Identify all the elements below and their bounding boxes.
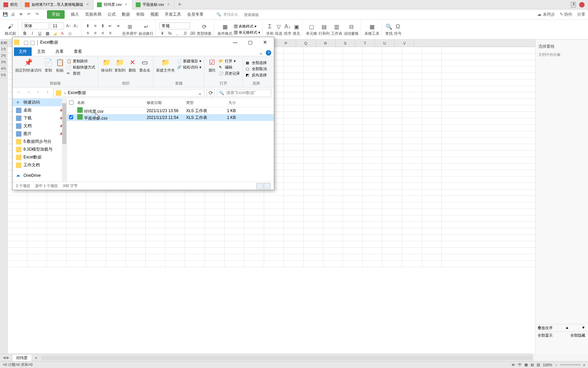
number-format-select[interactable] [159, 22, 190, 29]
indent-left-icon[interactable]: ⇤ [107, 23, 113, 29]
currency-icon[interactable]: ¥ [159, 30, 165, 36]
stack-up-icon[interactable]: ▲ [565, 325, 569, 331]
delete-button[interactable]: ✕删除 [128, 58, 137, 73]
copy-button[interactable]: 📄复制 [44, 58, 53, 73]
print-icon[interactable]: 🖨 [11, 12, 16, 17]
find-button[interactable]: 🔍查找 [385, 23, 393, 36]
file-row[interactable]: 经纬度.csv 2021/11/23 13:56 XLS 工作表 1 KB [67, 107, 274, 114]
align-bot-icon[interactable]: ⬇ [100, 23, 106, 29]
maximize-button[interactable]: ▢ [243, 37, 258, 47]
merge-button[interactable]: ⊞合并居中 [122, 23, 137, 36]
row-header[interactable]: 1号 [0, 46, 7, 52]
tab-home[interactable]: 主页 [32, 47, 50, 56]
sidebar-scrollbar[interactable] [62, 98, 67, 182]
cut-button[interactable]: ✂剪切 [67, 71, 95, 76]
h-scrollbar[interactable] [41, 356, 533, 360]
view-details-button[interactable] [256, 183, 263, 189]
command-search[interactable]: 🔍 查找命令、 [216, 12, 271, 17]
select-all-button[interactable]: ▦全部选择 [246, 60, 267, 65]
easy-access-button[interactable]: 🔗轻松访问 ▾ [177, 65, 201, 70]
row-header[interactable]: 5号 [0, 72, 7, 78]
minimize-button[interactable]: — [228, 37, 243, 47]
sidebar-pictures[interactable]: 图片📌 [13, 130, 67, 138]
collab-label[interactable]: ✎ 协作 [560, 12, 572, 17]
view-large-button[interactable] [264, 183, 271, 189]
sidebar-folder-2[interactable]: 8.3D模型加载与 [13, 145, 67, 153]
paste-button[interactable]: 📋粘贴 [55, 58, 65, 73]
sort-button[interactable]: A↓排序 [284, 23, 291, 36]
cell-button[interactable]: ▢单元格 [306, 23, 317, 36]
sidebar-quick-access[interactable]: ★快速访问 [13, 98, 67, 106]
sheet-nav[interactable]: ◀ ▶ [0, 355, 12, 360]
menu-dev[interactable]: 开发工具 [165, 12, 181, 17]
address-bar[interactable]: › Excel数据 ⌄ [53, 89, 205, 97]
sidebar-downloads[interactable]: 下载📌 [13, 114, 67, 122]
pin-button[interactable]: 📌固定到快速访问 [15, 58, 42, 73]
menu-review[interactable]: 审阅 [136, 12, 144, 17]
chevron-down-icon[interactable]: ⌄ [259, 49, 263, 56]
percent-icon[interactable]: % [167, 30, 173, 36]
add-sheet-button[interactable]: + [32, 354, 40, 362]
menu-formula[interactable]: 公式 [108, 12, 116, 17]
share-label[interactable]: 分享 [577, 12, 585, 17]
user-avatar-icon[interactable] [579, 2, 585, 7]
table-style-button[interactable]: ▦ 表格样式 ▾ [234, 24, 260, 29]
col-header[interactable]: Q [296, 40, 316, 47]
italic-button[interactable]: I [29, 30, 35, 36]
font-size-select[interactable] [50, 22, 64, 29]
col-header[interactable]: R [316, 40, 336, 47]
select-all-checkbox[interactable] [69, 100, 74, 105]
align-left-icon[interactable]: ≡ [85, 30, 91, 36]
view-normal-icon[interactable]: ▦ [524, 363, 528, 367]
align-center-icon[interactable]: ≡ [92, 30, 98, 36]
clear-format-button[interactable]: ◇ [67, 30, 73, 36]
col-header[interactable]: T [355, 40, 375, 47]
menu-data[interactable]: 数据 [122, 12, 130, 17]
dec-dec-icon[interactable]: .00 [189, 30, 195, 36]
cond-format-button[interactable]: ▦条件格式 [217, 23, 232, 36]
align-justify-icon[interactable]: ≡ [107, 30, 113, 36]
invert-select-button[interactable]: ◩反向选择 [246, 73, 267, 78]
sheet-tab[interactable]: 经纬度 [12, 354, 32, 362]
save-icon[interactable]: 💾 [3, 12, 8, 17]
close-icon[interactable]: × [124, 2, 129, 7]
tab-view[interactable]: 查看 [69, 47, 87, 56]
chevron-down-icon[interactable]: ⌄ [198, 90, 202, 96]
open-button[interactable]: 📂打开 ▾ [219, 59, 240, 64]
col-header[interactable]: P [276, 40, 296, 47]
sum-button[interactable]: Σ求和 [266, 23, 274, 36]
nav-fwd-button[interactable]: → [25, 89, 32, 97]
font-shrink-icon[interactable]: A↓ [73, 23, 79, 29]
row-header[interactable]: 名称 [0, 40, 7, 46]
filter-button[interactable]: ▽筛选 [275, 23, 282, 36]
menu-start[interactable]: 开始 [47, 10, 65, 19]
nav-back-button[interactable]: ← [15, 89, 23, 97]
tab-share[interactable]: 共享 [51, 47, 68, 56]
tab-shell[interactable]: 稻壳 [0, 0, 21, 10]
new-item-button[interactable]: 📄新建项目 ▾ [177, 59, 201, 64]
align-mid-icon[interactable]: ≡ [92, 23, 98, 29]
row-header[interactable]: 4号 [0, 65, 7, 72]
menu-layout[interactable]: 页面布局 [85, 12, 101, 17]
fill-color-button[interactable]: ◢ [52, 30, 58, 36]
cell-style-button[interactable]: ▦ 单元格样式 ▾ [234, 30, 260, 35]
undo-icon[interactable]: ↶ [27, 12, 33, 17]
hide-all-button[interactable]: 全部隐藏 [570, 333, 585, 338]
wrap-button[interactable]: ↵自动换行 [138, 23, 153, 36]
format-painter-button[interactable]: 🖌格式刷 [5, 23, 16, 36]
symbol-button[interactable]: Ω符号 [394, 23, 402, 36]
zoom-in-button[interactable]: + [583, 363, 585, 367]
col-header-type[interactable]: 类型 [186, 100, 219, 105]
notif-badge[interactable]: 3 [571, 2, 576, 7]
sidebar-documents[interactable]: 文档📌 [13, 122, 67, 130]
file-row[interactable]: 平面坐标.csv 2021/11/23 11:54 XLS 工作表 1 KB [67, 114, 274, 121]
close-icon[interactable]: × [166, 2, 171, 7]
indent-right-icon[interactable]: ⇥ [115, 23, 121, 29]
add-tab-button[interactable]: + [175, 1, 185, 8]
table-tools-button[interactable]: ▦表格工具 [364, 23, 379, 36]
nav-recent-button[interactable]: ⌄ [34, 89, 42, 97]
align-top-icon[interactable]: ⬆ [85, 23, 91, 29]
col-header[interactable]: S [336, 40, 355, 47]
view-page-icon[interactable]: ▤ [530, 363, 534, 367]
sidebar-folder-1[interactable]: 5.数据同步与分 [13, 138, 67, 145]
